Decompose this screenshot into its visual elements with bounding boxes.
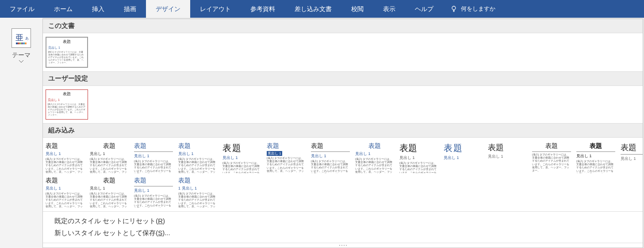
tab-review[interactable]: 校閲	[341, 0, 373, 18]
styleset-builtin-4[interactable]: 表題 見出し 1 [挿入] タブのギャラリーには、文書全体の体裁に合わせて調整す…	[176, 140, 219, 173]
ribbon-tabs: ファイル ホーム 挿入 描画 デザイン レイアウト 参考資料 差し込み文書 校閲…	[0, 0, 644, 18]
themes-label: テーマ	[12, 51, 31, 59]
svg-point-0	[452, 6, 456, 10]
styleset-builtin-18[interactable]: 表題 1 見出し 1 [挿入] タブのギャラリーには、文書全体の体裁に合わせて調…	[176, 175, 219, 208]
tab-insert[interactable]: 挿入	[82, 0, 114, 18]
gallery-menu: 既定のスタイル セットにリセット(R) 新しいスタイル セットとして保存(S).…	[43, 212, 643, 243]
tab-draw[interactable]: 描画	[114, 0, 146, 18]
themes-dropdown[interactable]	[19, 60, 23, 63]
lightbulb-icon	[450, 5, 457, 12]
tab-layout[interactable]: レイアウト	[190, 0, 241, 18]
styleset-builtin-2[interactable]: 表題 見出し 1 [挿入] タブのギャラリーには、文書全体の体裁に合わせて調整す…	[88, 140, 130, 173]
tab-home[interactable]: ホーム	[44, 0, 82, 18]
styleset-builtin-16[interactable]: 表題 見出し 1 [挿入] タブのギャラリーには、文書全体の体裁に合わせて調整す…	[88, 175, 130, 208]
section-this-document: この文書	[43, 19, 643, 33]
tab-references[interactable]: 参考資料	[241, 0, 285, 18]
styleset-builtin-7[interactable]: 表題 見出し 1 [挿入] タブのギャラリーには、文書全体の体裁に合わせて調整す…	[309, 140, 352, 173]
tell-me-search[interactable]: 何をしますか	[443, 0, 502, 18]
styleset-builtin-15[interactable]: 表題 見出し 1 [挿入] タブのギャラリーには、文書全体の体裁に合わせて調整す…	[44, 175, 86, 208]
styleset-builtin-1[interactable]: 表題 見出し 1 [挿入] タブのギャラリーには、文書全体の体裁に合わせて調整す…	[44, 140, 86, 173]
tab-view[interactable]: 表示	[373, 0, 405, 18]
styleset-builtin-9[interactable]: 表題 見出し 1 [挿入] タブのギャラリーには、文書全体の体裁に合わせて調整す…	[398, 140, 440, 173]
section-builtin-body: 表題 見出し 1 [挿入] タブのギャラリーには、文書全体の体裁に合わせて調整す…	[43, 138, 643, 212]
styleset-builtin-8[interactable]: 表題 見出し 1 [挿入] タブのギャラリーには、文書全体の体裁に合わせて調整す…	[353, 140, 396, 173]
section-user: ユーザー設定	[43, 72, 643, 86]
styleset-builtin-10[interactable]: 表題 見出し 1	[442, 140, 484, 173]
tell-me-label: 何をしますか	[461, 5, 495, 13]
styleset-builtin-12[interactable]: 表題 [挿入] タブのギャラリーには、文書全体の体裁に合わせて調整するためのアイ…	[530, 140, 573, 173]
styleset-builtin-6[interactable]: 表題 見出し 1 [挿入] タブのギャラリーには、文書全体の体裁に合わせて調整す…	[265, 140, 307, 173]
menu-save-new-styleset[interactable]: 新しいスタイル セットとして保存(S)...	[54, 227, 631, 239]
styleset-builtin-17[interactable]: 表題 見出し 1 [挿入] タブのギャラリーには、文書全体の体裁に合わせて調整す…	[132, 175, 175, 208]
themes-icon: 亜	[15, 34, 23, 42]
styleset-builtin-14[interactable]: 表題 見出し 1	[619, 140, 643, 173]
styleset-builtin-13[interactable]: 表題 見出し 1 [挿入] タブのギャラリーには、文書全体の体裁に合わせて調整す…	[575, 140, 617, 173]
themes-button[interactable]: 亜 あ	[12, 28, 31, 48]
styleset-user-1[interactable]: 表題 見出し 1 [挿入] タブのギャラリーには、文書全体の体裁に合わせて調整す…	[46, 89, 88, 120]
menu-reset-default[interactable]: 既定のスタイル セットにリセット(R)	[54, 215, 631, 227]
section-this-document-body: 表題 見出し 1 [挿入] タブのギャラリーには、文書全体の体裁に合わせて調整す…	[43, 33, 643, 72]
style-set-gallery: この文書 表題 見出し 1 [挿入] タブのギャラリーには、文書全体の体裁に合わ…	[42, 19, 643, 248]
tab-mailings[interactable]: 差し込み文書	[285, 0, 341, 18]
tab-file[interactable]: ファイル	[0, 0, 44, 18]
section-user-body: 表題 見出し 1 [挿入] タブのギャラリーには、文書全体の体裁に合わせて調整す…	[43, 86, 643, 124]
styleset-builtin-11[interactable]: 表題 見出し 1	[486, 140, 529, 173]
design-pane: 亜 あ テーマ この文書 表題 見出し 1 [挿入] タブのギャラリーには、文書…	[0, 18, 644, 248]
styleset-this-document[interactable]: 表題 見出し 1 [挿入] タブのギャラリーには、文書全体の体裁に合わせて調整す…	[46, 37, 88, 68]
themes-group: 亜 あ テーマ	[0, 18, 42, 248]
tab-help[interactable]: ヘルプ	[405, 0, 443, 18]
theme-color-swatch-icon	[16, 43, 27, 44]
styleset-builtin-3[interactable]: 表題 見出し 1 [挿入] タブのギャラリーには、文書全体の体裁に合わせて調整す…	[132, 140, 175, 173]
styleset-builtin-5[interactable]: 表題 見出し 1 [挿入] タブのギャラリーには、文書全体の体裁に合わせて調整す…	[221, 140, 263, 173]
section-builtin: 組み込み	[43, 124, 643, 138]
resize-grip-icon[interactable]	[43, 243, 643, 247]
tab-design[interactable]: デザイン	[146, 0, 190, 18]
